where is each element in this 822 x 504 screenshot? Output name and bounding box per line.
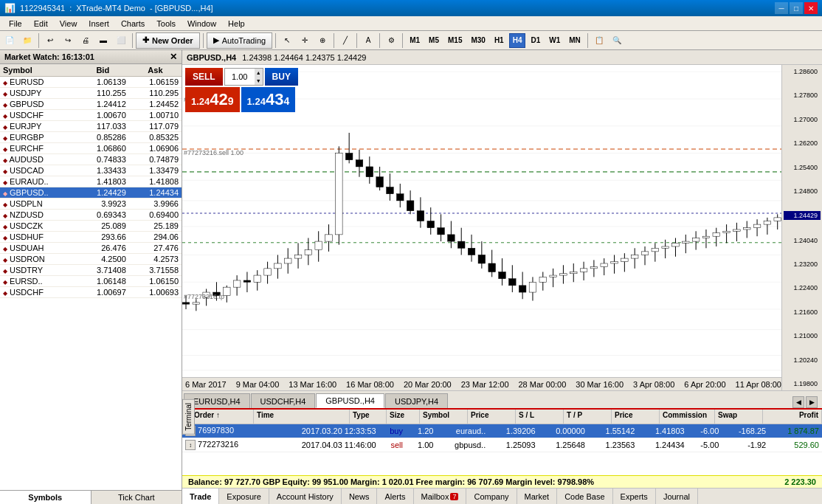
col-commission[interactable]: Commission [660, 410, 715, 424]
toolbar-undo[interactable]: ↩ [42, 32, 58, 49]
toolbar-print[interactable]: 🖨 [77, 32, 94, 49]
buy-button[interactable]: BUY [265, 68, 298, 86]
lot-up-button[interactable]: ▲ [255, 69, 263, 77]
bottom-tab-market[interactable]: Market [517, 489, 558, 504]
toolbar-search[interactable]: 🔍 [609, 32, 625, 49]
chart-tab-usdchf[interactable]: USDCHF,H4 [251, 393, 316, 408]
new-order-button[interactable]: ✚ New Order [136, 32, 200, 49]
market-watch-row[interactable]: ◆ EURUSD 1.06139 1.06159 [0, 77, 182, 88]
chart-tab-scroll-right[interactable]: ▶ [806, 396, 818, 408]
market-watch-row[interactable]: ◆ USDUAH 26.476 27.476 [0, 243, 182, 254]
order-row[interactable]: ↕ 76997830 2017.03.20 12:33:53 buy 1.20 … [182, 424, 822, 438]
mw-col-symbol[interactable]: Symbol [0, 64, 77, 77]
market-watch-row[interactable]: ◆ GBPUSD 1.24412 1.24452 [0, 99, 182, 110]
market-watch-row[interactable]: ◆ USDTRY 3.71408 3.71558 [0, 265, 182, 276]
terminal-tab-vertical[interactable]: Terminal [182, 399, 195, 435]
timeframe-d1[interactable]: D1 [527, 33, 544, 48]
menu-window[interactable]: Window [182, 18, 222, 29]
timeframe-m5[interactable]: M5 [425, 33, 443, 48]
timeframe-h1[interactable]: H1 [491, 33, 508, 48]
menu-charts[interactable]: Charts [115, 18, 151, 29]
maximize-button[interactable]: □ [790, 2, 803, 14]
menu-view[interactable]: View [54, 18, 83, 29]
toolbar-indicators[interactable]: ⚙ [383, 32, 399, 49]
market-watch-close[interactable]: ✕ [170, 52, 177, 62]
toolbar-open[interactable]: 📁 [19, 32, 35, 49]
market-watch-row[interactable]: ◆ EURSD.. 1.06148 1.06150 [0, 276, 182, 287]
col-size[interactable]: Size [387, 410, 420, 424]
col-sl[interactable]: S / L [516, 410, 564, 424]
market-watch-row[interactable]: ◆ USDRON 4.2500 4.2573 [0, 254, 182, 265]
toolbar-zoom-in[interactable]: ⊕ [314, 32, 331, 49]
timeframe-mn[interactable]: MN [565, 33, 584, 48]
col-symbol[interactable]: Symbol [420, 410, 468, 424]
toolbar-crosshair[interactable]: ✛ [297, 32, 313, 49]
toolbar-line[interactable]: ╱ [337, 32, 353, 49]
chart-tab-scroll-left[interactable]: ◀ [792, 396, 804, 408]
bottom-tab-news[interactable]: News [342, 489, 378, 504]
market-watch-row[interactable]: ◆ AUDUSD 0.74833 0.74879 [0, 154, 182, 165]
toolbar-template[interactable]: 📋 [591, 32, 607, 49]
bottom-tab-account-history[interactable]: Account History [269, 489, 342, 504]
menu-tools[interactable]: Tools [151, 18, 182, 29]
menu-insert[interactable]: Insert [83, 18, 115, 29]
bottom-tab-trade[interactable]: Trade [182, 489, 219, 504]
market-watch-row[interactable]: ◆ USDCAD 1.33433 1.33479 [0, 165, 182, 176]
toolbar-redo[interactable]: ↪ [60, 32, 76, 49]
bottom-tab-mailbox[interactable]: Mailbox7 [414, 489, 467, 504]
chart-tab-usdjpy[interactable]: USDJPY,H4 [385, 393, 448, 408]
market-watch-row[interactable]: ◆ GBPUSD.. 1.24429 1.24434 [0, 187, 182, 199]
toolbar-cursor[interactable]: ↖ [279, 32, 295, 49]
market-watch-row[interactable]: ◆ USDPLN 3.9923 3.9966 [0, 199, 182, 210]
market-watch-row[interactable]: ◆ USDCHF 1.00697 1.00693 [0, 287, 182, 298]
col-price[interactable]: Price [468, 410, 516, 424]
market-tab-symbols[interactable]: Symbols [0, 491, 91, 504]
order-row[interactable]: ↕ 772273216 2017.04.03 11:46:00 sell 1.0… [182, 438, 822, 452]
col-tp[interactable]: T / P [564, 410, 612, 424]
market-watch-row[interactable]: ◆ USDHUF 293.66 294.06 [0, 232, 182, 243]
col-time[interactable]: Time [254, 410, 350, 424]
market-watch-row[interactable]: ◆ NZDUSD 0.69343 0.69400 [0, 210, 182, 221]
bottom-tab-codebase[interactable]: Code Base [557, 489, 612, 504]
bottom-tab-exposure[interactable]: Exposure [219, 489, 269, 504]
toolbar-new-file[interactable]: 📄 [1, 32, 18, 49]
toolbar-chart-type2[interactable]: ⬜ [113, 32, 129, 49]
order-icon[interactable]: ↕ [185, 440, 196, 450]
timeframe-m1[interactable]: M1 [406, 33, 424, 48]
col-profit[interactable]: Profit [763, 410, 822, 424]
bottom-tab-experts[interactable]: Experts [613, 489, 656, 504]
timeframe-w1[interactable]: W1 [545, 33, 564, 48]
bottom-tab-journal[interactable]: Journal [656, 489, 698, 504]
menu-file[interactable]: File [3, 18, 28, 29]
col-cur-price[interactable]: Price [612, 410, 660, 424]
close-button[interactable]: ✕ [804, 2, 818, 14]
col-swap[interactable]: Swap [715, 410, 763, 424]
sell-button[interactable]: SELL [185, 68, 223, 86]
market-watch-row[interactable]: ◆ USDCHF 1.00670 1.00710 [0, 110, 182, 121]
timeframe-h4[interactable]: H4 [509, 33, 526, 48]
col-type[interactable]: Type [350, 410, 387, 424]
bottom-tab-alerts[interactable]: Alerts [377, 489, 413, 504]
toolbar-text[interactable]: A [360, 32, 376, 49]
market-watch-row[interactable]: ◆ EURCHF 1.06860 1.06906 [0, 143, 182, 154]
col-order[interactable]: Order ↑ [191, 410, 254, 424]
mw-col-ask[interactable]: Ask [129, 64, 182, 77]
menu-help[interactable]: Help [222, 18, 251, 29]
toolbar-chart-type1[interactable]: ▬ [95, 32, 111, 49]
mw-col-bid[interactable]: Bid [77, 64, 129, 77]
market-watch-row[interactable]: ◆ EURAUD.. 1.41803 1.41808 [0, 176, 182, 187]
menu-edit[interactable]: Edit [28, 18, 54, 29]
auto-trading-button[interactable]: ▶ AutoTrading [207, 32, 273, 49]
lot-down-button[interactable]: ▼ [255, 77, 263, 85]
lot-size-input[interactable] [225, 72, 255, 81]
minimize-button[interactable]: ─ [775, 2, 788, 14]
market-watch-row[interactable]: ◆ EURGBP 0.85286 0.85325 [0, 132, 182, 143]
market-watch-row[interactable]: ◆ EURJPY 117.033 117.079 [0, 121, 182, 132]
market-watch-row[interactable]: ◆ USDJPY 110.255 110.295 [0, 88, 182, 99]
market-watch-row[interactable]: ◆ USDCZK 25.089 25.189 [0, 221, 182, 232]
timeframe-m30[interactable]: M30 [467, 33, 488, 48]
market-tab-tick-chart[interactable]: Tick Chart [91, 491, 182, 504]
bottom-tab-company[interactable]: Company [466, 489, 517, 504]
chart-tab-gbpusd[interactable]: GBPUSD.,H4 [316, 393, 384, 408]
timeframe-m15[interactable]: M15 [444, 33, 466, 48]
